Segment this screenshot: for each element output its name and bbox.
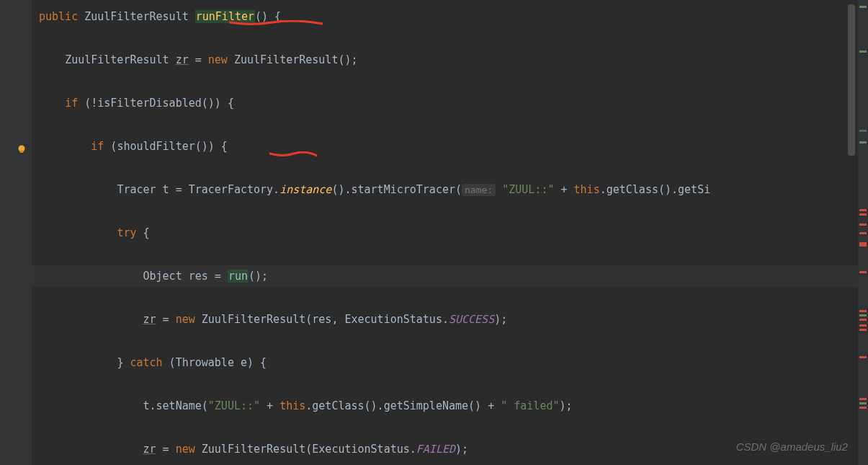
text: +: [554, 183, 573, 196]
ctor: ZuulFilterResult: [234, 53, 339, 66]
text: ();: [249, 270, 268, 283]
keyword: if: [91, 140, 104, 153]
marker[interactable]: [859, 141, 867, 143]
enum-const: SUCCESS: [449, 313, 494, 326]
marker[interactable]: [859, 314, 867, 316]
text: .: [305, 399, 312, 412]
marker[interactable]: [859, 6, 867, 8]
method-call: shouldFilter: [117, 140, 194, 153]
text: res =: [182, 270, 228, 283]
watermark: CSDN @amadeus_liu2: [736, 436, 848, 458]
type: Tracer: [117, 183, 156, 196]
marker[interactable]: [859, 209, 867, 211]
var-zr: zr: [143, 443, 156, 456]
ctor: ZuulFilterResult(res, ExecutionStatus.: [195, 313, 449, 326]
text: ()) {: [202, 97, 234, 110]
scroll-thumb[interactable]: [848, 4, 855, 156]
text: ();: [338, 53, 357, 66]
text: ().: [364, 399, 384, 412]
text: (: [104, 140, 117, 153]
intention-bulb-icon[interactable]: [16, 141, 27, 153]
method-call-run[interactable]: run: [228, 270, 249, 283]
method-call: getClass: [607, 183, 658, 196]
text: =: [156, 313, 176, 326]
marker[interactable]: [859, 130, 867, 132]
keyword: new: [208, 53, 228, 66]
text: );: [560, 399, 573, 412]
marker[interactable]: [859, 213, 867, 216]
text: (!: [78, 97, 97, 110]
keyword: catch: [130, 356, 162, 369]
text: +: [260, 399, 279, 412]
keyword: this: [279, 399, 305, 412]
method-call: getClass: [312, 399, 364, 412]
current-line[interactable]: Object res = run();: [32, 265, 868, 287]
marker[interactable]: [859, 398, 867, 400]
keyword: if: [65, 97, 78, 110]
text: t =: [156, 183, 189, 196]
type: Object: [143, 270, 182, 283]
text: (: [202, 399, 208, 412]
text: (: [455, 183, 462, 196]
var-zr: zr: [176, 53, 189, 66]
text: );: [455, 443, 468, 456]
method-static: instance: [279, 183, 331, 196]
keyword: this: [574, 183, 600, 196]
annotation-underline-runFilter: [229, 20, 323, 23]
text: t.: [143, 399, 156, 412]
text: ()) {: [195, 140, 228, 153]
code-area[interactable]: public ZuulFilterResult runFilter() { Zu…: [32, 0, 868, 465]
string: "ZUUL::": [208, 399, 260, 412]
op: =: [189, 53, 208, 66]
method-call: setName: [156, 399, 202, 412]
string: " failed": [501, 399, 559, 412]
marker[interactable]: [859, 402, 867, 404]
marker[interactable]: [859, 310, 867, 312]
method-call: startMicroTracer: [352, 183, 456, 196]
marker[interactable]: [859, 356, 867, 358]
marker[interactable]: [859, 242, 867, 247]
text: [496, 183, 502, 196]
keyword: new: [176, 443, 195, 456]
marker[interactable]: [859, 407, 867, 409]
enum-const: FAILED: [416, 443, 455, 456]
keyword: public: [39, 10, 78, 23]
var-zr: zr: [143, 313, 156, 326]
type: ZuulFilterResult: [65, 53, 169, 66]
marker[interactable]: [859, 319, 867, 321]
marker[interactable]: [859, 223, 867, 226]
text: );: [494, 313, 507, 326]
marker[interactable]: [859, 271, 867, 273]
text: =: [156, 443, 176, 456]
scroll-track[interactable]: [846, 0, 855, 465]
text: ().: [658, 183, 678, 196]
text: ().: [331, 183, 351, 196]
class: TracerFactory.: [189, 183, 279, 196]
marker[interactable]: [859, 232, 867, 234]
text: () +: [468, 399, 501, 412]
gutter[interactable]: [0, 0, 32, 465]
code-content[interactable]: public ZuulFilterResult runFilter() { Zu…: [32, 0, 868, 465]
ctor: ZuulFilterResult(ExecutionStatus.: [195, 443, 416, 456]
method-call: getSi: [678, 183, 710, 196]
svg-rect-1: [20, 151, 24, 153]
method-call: getSimpleName: [384, 399, 468, 412]
return-type: ZuulFilterResult: [84, 10, 189, 23]
marker[interactable]: [859, 324, 867, 327]
text: .: [600, 183, 607, 196]
keyword: try: [117, 226, 136, 239]
string: "ZUUL::": [502, 183, 554, 196]
param-hint: name:: [462, 184, 496, 196]
code-editor: public ZuulFilterResult runFilter() { Zu…: [0, 0, 868, 465]
text: }: [117, 356, 130, 369]
error-stripe[interactable]: [858, 0, 868, 465]
marker[interactable]: [859, 329, 867, 331]
annotation-underline-run: [269, 151, 317, 154]
text: {: [136, 226, 149, 239]
text: (Throwable e) {: [163, 356, 267, 369]
keyword: new: [176, 313, 195, 326]
marker[interactable]: [859, 50, 867, 53]
method-call: isFilterDisabled: [97, 97, 202, 110]
